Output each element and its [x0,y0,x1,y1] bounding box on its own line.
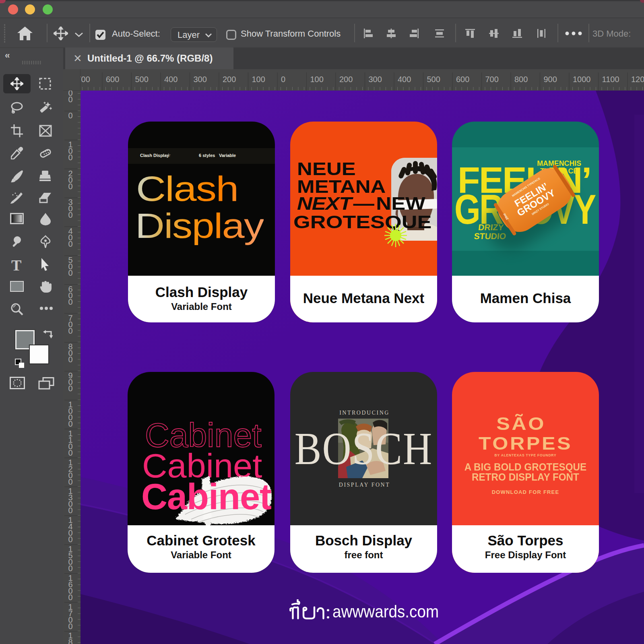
svg-text:0: 0 [68,95,72,104]
svg-text:300: 300 [194,75,207,84]
svg-text:400: 400 [164,75,178,84]
svg-text:0: 0 [68,182,72,191]
svg-text:0: 0 [68,477,72,486]
svg-text:0: 0 [68,419,72,428]
svg-text:8: 8 [68,638,72,644]
svg-text:0: 0 [68,593,72,602]
svg-text:0: 0 [68,384,72,393]
svg-text:0: 0 [281,75,285,84]
svg-text:0: 0 [68,535,72,544]
svg-text:0: 0 [68,239,72,248]
svg-text:200: 200 [339,75,353,84]
svg-text:1100: 1100 [602,75,619,84]
svg-text:0: 0 [68,622,72,631]
svg-text:100: 100 [252,75,265,84]
svg-text:0: 0 [68,268,72,277]
svg-text:0: 0 [68,355,72,364]
svg-text:100: 100 [310,75,324,84]
svg-text:600: 600 [106,75,119,84]
svg-text:0: 0 [68,326,72,335]
svg-text:400: 400 [398,75,411,84]
svg-text:0: 0 [68,211,72,219]
svg-text:600: 600 [456,75,469,84]
svg-text:700: 700 [80,75,90,84]
svg-text:0: 0 [68,564,72,573]
svg-text:0: 0 [68,153,72,162]
svg-text:1000: 1000 [573,75,591,84]
svg-text:500: 500 [427,75,440,84]
svg-text:0: 0 [68,506,72,515]
svg-text:900: 900 [544,75,557,84]
svg-text:0: 0 [68,297,72,306]
svg-text:200: 200 [223,75,236,84]
svg-text:0: 0 [68,111,72,120]
svg-text:800: 800 [514,75,528,84]
svg-text:500: 500 [135,75,149,84]
svg-text:1200: 1200 [631,75,644,84]
svg-text:0: 0 [68,448,72,457]
svg-text:300: 300 [369,75,382,84]
svg-text:700: 700 [485,75,499,84]
